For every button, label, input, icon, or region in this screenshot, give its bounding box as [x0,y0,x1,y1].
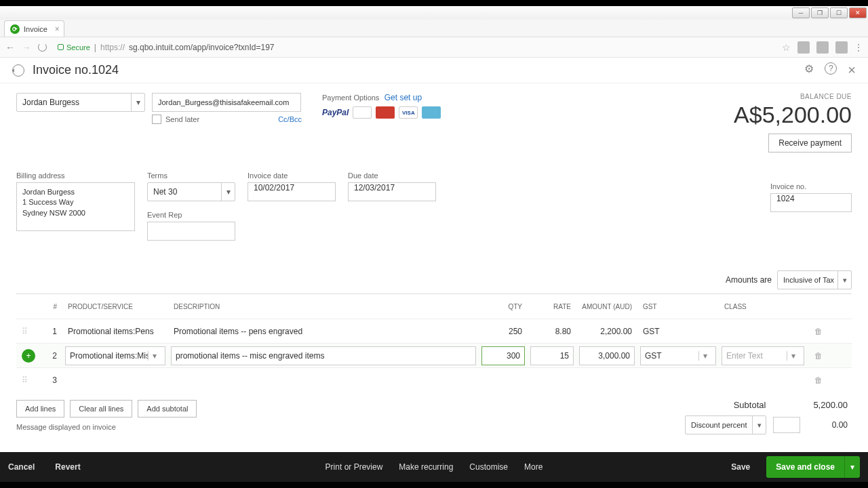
line-items-table: # PRODUCT/SERVICE DESCRIPTION QTY RATE A… [16,293,852,392]
amounts-are-select[interactable]: Inclusive of Tax ▾ [777,270,852,289]
gear-icon[interactable]: ⚙ [804,62,814,78]
table-row[interactable]: + 2 Promotional items:Mis▾ promotional i… [16,343,852,367]
mastercard-icon [376,106,395,119]
tab-title: Invoice [24,25,47,33]
url-box[interactable]: Secure | https://sg.qbo.intuit.com/app/i… [54,43,775,52]
bookmark-icon[interactable]: ☆ [782,42,791,53]
visa-icon: VISA [399,106,418,119]
page-title: Invoice no.1024 [33,63,119,77]
window-close-button[interactable]: ✕ [849,7,867,18]
extension-icon-2[interactable] [816,41,829,54]
address-bar: ← → Secure | https://sg.qbo.intuit.com/a… [0,37,868,58]
payment-icons: PayPal VISA [322,106,441,119]
delete-row-icon[interactable]: 🗑 [807,351,830,361]
tab-close-icon[interactable]: × [55,24,60,34]
chevron-down-icon: ▾ [698,351,711,361]
extension-icon-3[interactable] [835,41,848,54]
event-rep-field[interactable] [147,222,235,241]
table-row[interactable]: ⠿ 1 Promotional items:Pens Promotional i… [16,319,852,343]
invoice-number-field[interactable]: 1024 [770,193,852,212]
discount-value-field[interactable] [773,417,800,433]
billing-address-field[interactable]: Jordan Burgess 1 Success Way Sydney NSW … [16,182,135,231]
add-subtotal-button[interactable]: Add subtotal [138,400,197,418]
save-and-close-button[interactable]: Save and close ▾ [766,456,860,478]
more-button[interactable]: More [524,462,542,472]
page-header: Invoice no.1024 ⚙ ? × [0,58,868,83]
invoice-date-field[interactable]: 10/02/2017 [248,182,336,201]
delete-row-icon[interactable]: 🗑 [807,375,830,385]
restore-button[interactable]: ❐ [811,7,829,18]
product-field[interactable]: Promotional items:Mis▾ [65,346,165,365]
browser-tabbar: ⟳ Invoice × [0,20,868,37]
chevron-down-icon: ▾ [837,271,851,289]
description-field[interactable]: promotional items -- misc engraved items [171,346,476,365]
discount-select[interactable]: Discount percent ▾ [685,415,766,434]
class-field[interactable]: Enter Text▾ [722,346,804,365]
forward-button[interactable]: → [22,42,31,53]
add-row-icon[interactable]: + [22,349,35,363]
send-later-checkbox[interactable] [152,115,161,124]
delete-row-icon[interactable]: 🗑 [807,327,830,336]
due-date-field[interactable]: 12/03/2017 [348,182,436,201]
close-icon[interactable]: × [848,62,856,78]
balance-due-label: BALANCE DUE [734,93,852,100]
paypal-icon [353,106,372,119]
save-button[interactable]: Save [731,462,750,472]
make-recurring-button[interactable]: Make recurring [399,462,453,472]
email-field[interactable]: Jordan_Burgess@thisisafakeemail.com [152,93,301,112]
terms-select[interactable]: Net 30 ▾ [147,182,235,201]
menu-icon[interactable]: ⋮ [854,43,863,52]
extension-icon-1[interactable] [797,41,810,54]
drag-icon[interactable]: ⠿ [22,327,26,336]
secure-indicator: Secure [58,43,90,52]
receive-payment-button[interactable]: Receive payment [768,134,852,152]
qbo-favicon: ⟳ [10,24,20,34]
chevron-down-icon: ▾ [148,351,161,361]
balance-due-amount: A$5,200.00 [734,102,852,128]
help-icon[interactable]: ? [825,62,837,75]
drag-icon[interactable]: ⠿ [22,375,26,385]
lock-icon [58,44,64,50]
window-titlebar: ─ ❐ ☐ ✕ [0,6,868,20]
amount-field[interactable]: 3,000.00 [579,346,635,365]
customer-select[interactable]: Jordan Burgess ▾ [16,93,145,112]
reload-button[interactable] [38,43,47,52]
chevron-down-icon: ▾ [221,183,235,201]
cancel-button[interactable]: Cancel [8,462,35,472]
add-lines-button[interactable]: Add lines [16,400,64,418]
chevron-down-icon: ▾ [787,351,800,361]
maximize-button[interactable]: ☐ [830,7,848,18]
get-set-up-link[interactable]: Get set up [384,93,422,102]
minimize-button[interactable]: ─ [792,7,810,18]
amex-icon [422,106,441,119]
gst-field[interactable]: GST▾ [640,346,716,365]
footer-bar: Cancel Revert Print or Preview Make recu… [0,452,868,482]
chevron-down-icon[interactable]: ▾ [844,456,860,478]
revert-button[interactable]: Revert [55,462,80,472]
clear-lines-button[interactable]: Clear all lines [70,400,132,418]
chevron-down-icon: ▾ [131,94,144,111]
rate-field[interactable]: 15 [530,346,574,365]
customise-button[interactable]: Customise [469,462,508,472]
chevron-down-icon: ▾ [752,416,766,434]
table-row[interactable]: ⠿ 3 🗑 [16,367,852,392]
print-button[interactable]: Print or Preview [326,462,383,472]
browser-tab[interactable]: ⟳ Invoice × [4,20,64,37]
back-button[interactable]: ← [5,42,15,53]
ccbcc-link[interactable]: Cc/Bcc [278,115,302,123]
history-icon[interactable] [12,64,24,77]
qty-field[interactable]: 300 [481,346,525,365]
